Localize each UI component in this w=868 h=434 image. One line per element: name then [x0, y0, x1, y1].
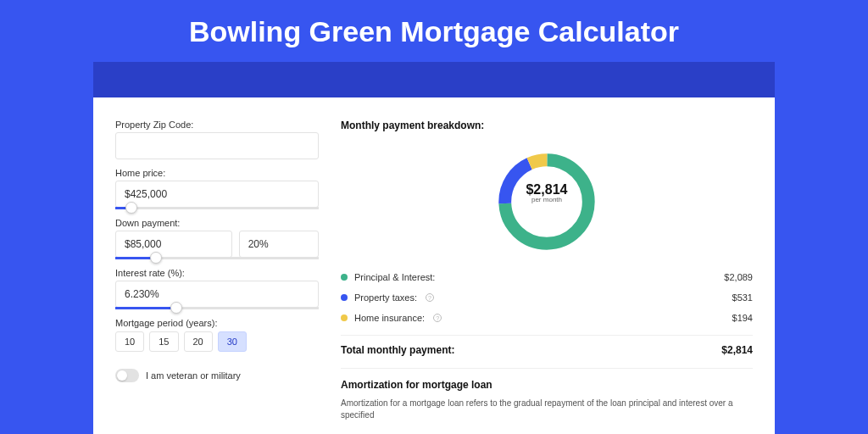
slider-thumb[interactable] — [125, 202, 137, 214]
legend-dot-icon — [341, 294, 348, 301]
zip-field: Property Zip Code: — [115, 120, 319, 159]
period-option-15[interactable]: 15 — [149, 331, 178, 352]
breakdown-title: Monthly payment breakdown: — [341, 120, 753, 131]
amortization-title: Amortization for mortgage loan — [341, 379, 753, 391]
legend-row-taxes: Property taxes:?$531 — [341, 292, 753, 303]
veteran-label: I am veteran or military — [146, 370, 241, 381]
legend-dot-icon — [341, 314, 348, 321]
down-payment-amount-input[interactable] — [115, 231, 232, 258]
period-field: Mortgage period (years): 10152030 — [115, 318, 319, 352]
home-price-input[interactable] — [115, 181, 319, 208]
legend-dot-icon — [341, 274, 348, 281]
legend-row-insurance: Home insurance:?$194 — [341, 313, 753, 323]
legend-label: Principal & Interest: — [354, 272, 435, 282]
veteran-row: I am veteran or military — [115, 369, 319, 382]
legend-row-principal: Principal & Interest:$2,089 — [341, 272, 753, 282]
total-label: Total monthly payment: — [341, 344, 454, 356]
down-payment-pct-input[interactable] — [239, 231, 319, 258]
donut-sub: per month — [513, 197, 581, 204]
home-price-label: Home price: — [115, 168, 319, 178]
amortization-body: Amortization for a mortgage loan refers … — [341, 398, 753, 421]
legend-value: $531 — [732, 292, 753, 303]
interest-label: Interest rate (%): — [115, 268, 319, 278]
interest-input[interactable] — [115, 281, 319, 308]
down-payment-label: Down payment: — [115, 218, 319, 228]
legend-label: Property taxes: — [354, 292, 417, 303]
breakdown-panel: Monthly payment breakdown: $2,814 per mo… — [341, 120, 753, 434]
period-option-10[interactable]: 10 — [115, 331, 144, 352]
period-label: Mortgage period (years): — [115, 318, 319, 328]
down-payment-field: Down payment: — [115, 218, 319, 259]
info-icon[interactable]: ? — [433, 314, 442, 322]
period-option-30[interactable]: 30 — [218, 331, 247, 352]
slider-thumb[interactable] — [150, 252, 162, 264]
zip-label: Property Zip Code: — [115, 120, 319, 130]
period-option-20[interactable]: 20 — [184, 331, 213, 352]
down-payment-slider[interactable] — [115, 257, 319, 259]
veteran-toggle[interactable] — [115, 369, 139, 382]
total-value: $2,814 — [721, 344, 753, 356]
donut-amount: $2,814 — [513, 181, 581, 197]
donut-chart: $2,814 per month — [341, 143, 753, 259]
interest-field: Interest rate (%): — [115, 268, 319, 309]
donut-svg: $2,814 per month — [492, 147, 602, 257]
legend: Principal & Interest:$2,089Property taxe… — [341, 270, 753, 323]
legend-label: Home insurance: — [354, 313, 425, 323]
page-title: Bowling Green Mortgage Calculator — [0, 0, 868, 62]
calculator-card: Property Zip Code: Home price: Down paym… — [93, 97, 775, 434]
form-panel: Property Zip Code: Home price: Down paym… — [115, 120, 319, 434]
amortization-section: Amortization for mortgage loan Amortizat… — [341, 368, 753, 421]
legend-value: $2,089 — [724, 272, 753, 282]
home-price-field: Home price: — [115, 168, 319, 209]
period-options: 10152030 — [115, 331, 319, 352]
home-price-slider[interactable] — [115, 207, 319, 209]
info-icon[interactable]: ? — [426, 293, 434, 302]
slider-thumb[interactable] — [170, 302, 182, 314]
accent-bar — [93, 62, 775, 97]
legend-value: $194 — [732, 313, 753, 323]
total-row: Total monthly payment: $2,814 — [341, 335, 753, 356]
interest-slider[interactable] — [115, 307, 319, 309]
zip-input[interactable] — [115, 132, 319, 159]
